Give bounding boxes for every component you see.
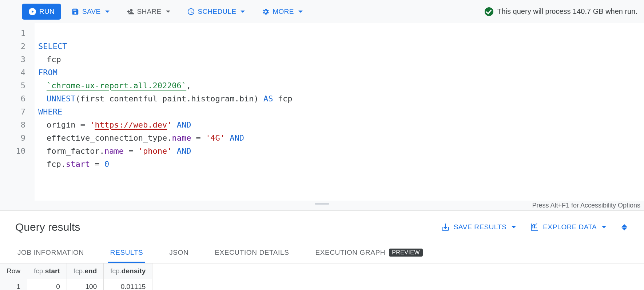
chevron-down-icon: [512, 226, 516, 228]
tab-job-information[interactable]: JOB INFORMATION: [15, 243, 86, 263]
more-label: MORE: [273, 8, 294, 16]
chevron-up-icon: [621, 224, 627, 227]
tab-json[interactable]: JSON: [167, 243, 191, 263]
run-label: RUN: [39, 8, 55, 16]
table-row[interactable]: 1 0 100 0.01115: [0, 279, 152, 290]
explore-data-button[interactable]: EXPLORE DATA: [530, 222, 606, 232]
chevron-down-icon: [240, 11, 245, 13]
preview-badge: PREVIEW: [389, 249, 423, 257]
editor-footer: Press Alt+F1 for Accessibility Options: [0, 201, 644, 211]
play-icon: [28, 8, 36, 16]
share-label: SHARE: [137, 8, 162, 16]
save-results-button[interactable]: SAVE RESULTS: [441, 222, 516, 232]
save-results-label: SAVE RESULTS: [454, 223, 507, 231]
status-text: This query will process 140.7 GB when ru…: [497, 7, 637, 16]
chart-icon: [530, 222, 539, 232]
sql-editor[interactable]: 1 2 3 4 5 6 7 8 9 10 SELECT fcp FROM `ch…: [0, 23, 644, 201]
tab-execution-details[interactable]: EXECUTION DETAILS: [212, 243, 291, 263]
chevron-down-icon: [105, 11, 110, 13]
check-circle-icon: [485, 7, 493, 16]
tab-execution-graph[interactable]: EXECUTION GRAPH PREVIEW: [313, 243, 425, 263]
chevron-down-icon: [298, 11, 303, 13]
chevron-down-icon: [166, 11, 170, 13]
col-fcp-start[interactable]: fcp.start: [27, 263, 67, 279]
cell-end: 100: [67, 279, 103, 290]
download-icon: [441, 222, 450, 232]
col-fcp-end[interactable]: fcp.end: [67, 263, 103, 279]
cell-row-num: 1: [0, 279, 27, 290]
run-button[interactable]: RUN: [22, 4, 61, 20]
results-table: Row fcp.start fcp.end fcp.density 1 0 10…: [0, 263, 152, 290]
clock-icon: [187, 8, 195, 16]
tab-results[interactable]: RESULTS: [108, 243, 145, 263]
save-icon: [71, 8, 79, 16]
col-fcp-density[interactable]: fcp.density: [104, 263, 152, 279]
chevron-down-icon: [621, 227, 627, 230]
tab-execution-graph-label: EXECUTION GRAPH: [315, 249, 385, 257]
drag-handle[interactable]: [315, 203, 329, 205]
results-title: Query results: [15, 221, 80, 233]
share-button[interactable]: SHARE: [120, 4, 177, 20]
col-row[interactable]: Row: [0, 263, 27, 279]
results-tabs: JOB INFORMATION RESULTS JSON EXECUTION D…: [0, 243, 644, 263]
results-header: Query results SAVE RESULTS EXPLORE DATA: [0, 211, 644, 243]
schedule-label: SCHEDULE: [198, 8, 236, 16]
explore-data-label: EXPLORE DATA: [543, 223, 597, 231]
expand-collapse-button[interactable]: [620, 224, 629, 230]
line-gutter: 1 2 3 4 5 6 7 8 9 10: [0, 23, 34, 201]
gear-icon: [262, 8, 270, 16]
code-area[interactable]: SELECT fcp FROM `chrome-ux-report.all.20…: [34, 23, 644, 201]
table-header-row: Row fcp.start fcp.end fcp.density: [0, 263, 152, 279]
schedule-button[interactable]: SCHEDULE: [180, 4, 252, 20]
chevron-down-icon: [602, 226, 606, 228]
save-label: SAVE: [82, 8, 100, 16]
accessibility-hint: Press Alt+F1 for Accessibility Options: [532, 202, 640, 209]
person-add-icon: [126, 8, 134, 16]
toolbar: RUN SAVE SHARE SCHEDULE MORE This query …: [0, 0, 644, 23]
save-button[interactable]: SAVE: [65, 4, 116, 20]
cell-start: 0: [27, 279, 67, 290]
query-status: This query will process 140.7 GB when ru…: [485, 7, 637, 16]
cell-density: 0.01115: [104, 279, 152, 290]
more-button[interactable]: MORE: [255, 4, 309, 20]
